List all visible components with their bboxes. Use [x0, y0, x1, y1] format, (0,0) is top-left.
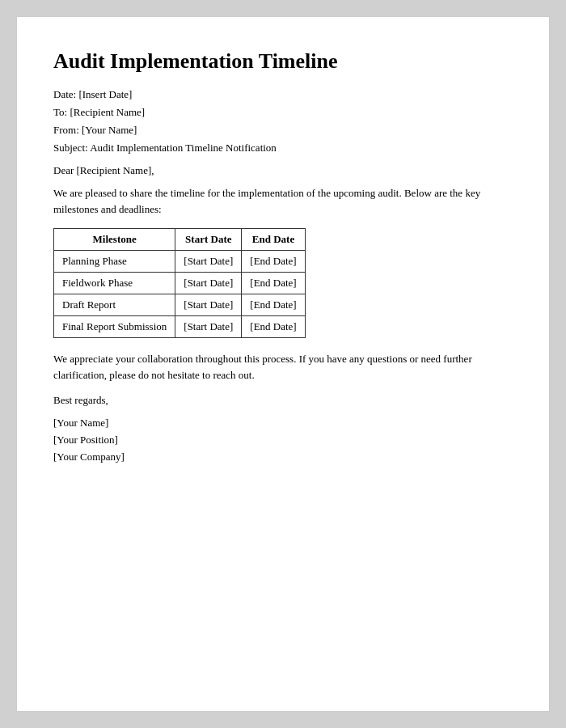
signature-company: [Your Company] [53, 449, 513, 466]
cell-end-date: [End Date] [242, 251, 305, 273]
document-title: Audit Implementation Timeline [53, 49, 513, 74]
cell-milestone: Planning Phase [54, 251, 175, 273]
col-header-end: End Date [242, 229, 305, 251]
cell-milestone: Final Report Submission [54, 316, 175, 338]
table-row: Draft Report[Start Date][End Date] [54, 294, 306, 316]
cell-milestone: Fieldwork Phase [54, 273, 175, 294]
col-header-milestone: Milestone [54, 229, 175, 251]
cell-start-date: [Start Date] [175, 273, 242, 294]
table-row: Fieldwork Phase[Start Date][End Date] [54, 273, 306, 294]
date-line: Date: [Insert Date] [53, 88, 513, 101]
salutation: Dear [Recipient Name], [53, 164, 513, 177]
table-header-row: Milestone Start Date End Date [54, 229, 306, 251]
milestone-table: Milestone Start Date End Date Planning P… [53, 228, 306, 338]
cell-start-date: [Start Date] [175, 294, 242, 316]
cell-end-date: [End Date] [242, 273, 305, 294]
cell-milestone: Draft Report [54, 294, 175, 316]
signature-name: [Your Name] [53, 415, 513, 432]
cell-start-date: [Start Date] [175, 251, 242, 273]
best-regards: Best regards, [53, 394, 513, 407]
col-header-start: Start Date [175, 229, 242, 251]
cell-end-date: [End Date] [242, 294, 305, 316]
table-row: Planning Phase[Start Date][End Date] [54, 251, 306, 273]
to-line: To: [Recipient Name] [53, 106, 513, 119]
signature-position: [Your Position] [53, 432, 513, 449]
cell-end-date: [End Date] [242, 316, 305, 338]
from-line: From: [Your Name] [53, 124, 513, 137]
cell-start-date: [Start Date] [175, 316, 242, 338]
document-page: Audit Implementation Timeline Date: [Ins… [16, 16, 550, 712]
table-row: Final Report Submission[Start Date][End … [54, 316, 306, 338]
closing-paragraph: We appreciate your collaboration through… [53, 351, 513, 383]
subject-line: Subject: Audit Implementation Timeline N… [53, 142, 513, 154]
intro-paragraph: We are pleased to share the timeline for… [53, 185, 513, 217]
signature-block: [Your Name] [Your Position] [Your Compan… [53, 415, 513, 465]
